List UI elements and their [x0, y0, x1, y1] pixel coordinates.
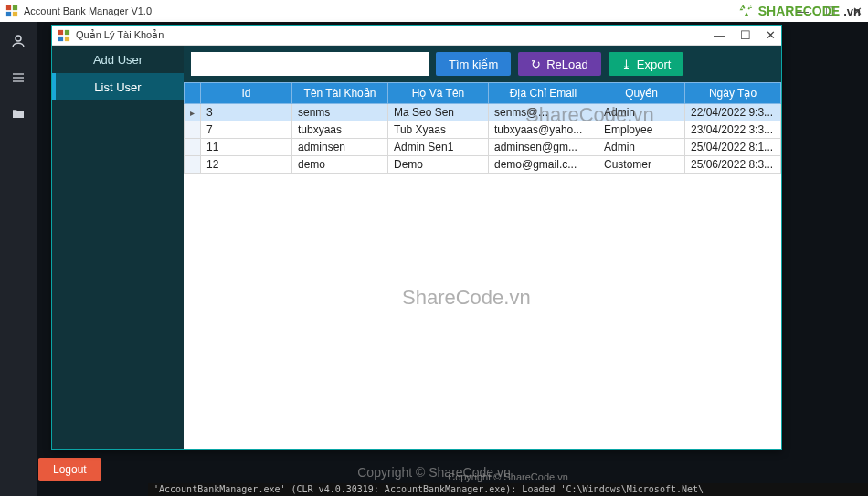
cell-id[interactable]: 3	[201, 104, 292, 121]
svg-rect-10	[58, 36, 63, 40]
row-indicator	[185, 121, 201, 139]
cell-email[interactable]: demo@gmail.c...	[489, 156, 598, 174]
col-username[interactable]: Tên Tài Khoản	[292, 83, 388, 104]
parent-title-text: Account Bank Manager V1.0	[24, 5, 152, 16]
menu-icon[interactable]	[8, 68, 28, 88]
svg-rect-2	[6, 12, 11, 16]
sidebar-item-add-user[interactable]: Add User	[52, 46, 184, 73]
cell-username[interactable]: adminsen	[292, 139, 388, 156]
search-button[interactable]: Tìm kiếm	[436, 52, 511, 76]
col-email[interactable]: Địa Chỉ Email	[489, 83, 598, 104]
table-row[interactable]: 11adminsenAdmin Sen1adminsen@gm...Admin2…	[185, 139, 781, 156]
toolbar: Tìm kiếm ↻ ReLoad ⤓ Export	[184, 46, 781, 82]
table-row[interactable]: 12demoDemodemo@gmail.c...Customer25/06/2…	[185, 156, 781, 174]
child-app-icon	[58, 29, 70, 42]
folder-icon[interactable]	[8, 104, 28, 124]
cell-date[interactable]: 22/04/2022 9:3...	[685, 104, 781, 121]
svg-rect-8	[58, 29, 63, 34]
user-icon[interactable]	[8, 31, 28, 51]
svg-point-4	[16, 36, 21, 41]
child-maximize-button[interactable]: ☐	[740, 28, 751, 42]
cell-id[interactable]: 11	[201, 139, 292, 156]
right-panel: Tìm kiếm ↻ ReLoad ⤓ Export	[184, 46, 781, 449]
search-input[interactable]	[191, 52, 429, 76]
cell-date[interactable]: 23/04/2022 3:3...	[685, 121, 781, 139]
logout-label: Logout	[53, 463, 87, 476]
row-indicator	[185, 139, 201, 156]
cell-username[interactable]: tubxyaas	[292, 121, 388, 139]
child-minimize-button[interactable]: —	[714, 28, 725, 42]
recycle-icon	[738, 3, 755, 19]
cell-date[interactable]: 25/04/2022 8:1...	[685, 139, 781, 156]
cell-role[interactable]: Admin	[598, 139, 685, 156]
reload-button-label: ReLoad	[546, 58, 588, 71]
export-button[interactable]: ⤓ Export	[609, 52, 684, 76]
cell-fullname[interactable]: Admin Sen1	[388, 139, 489, 156]
row-indicator	[185, 156, 201, 174]
export-button-label: Export	[637, 58, 672, 71]
sidebar-item-label: List User	[94, 80, 141, 94]
cell-id[interactable]: 12	[201, 156, 292, 174]
sidebar-item-list-user[interactable]: List User	[52, 73, 184, 100]
search-button-label: Tìm kiếm	[449, 58, 498, 71]
reload-button[interactable]: ↻ ReLoad	[518, 52, 601, 76]
row-indicator: ▸	[185, 104, 201, 121]
col-date[interactable]: Ngày Tạo	[685, 83, 781, 104]
cell-role[interactable]: Employee	[598, 121, 685, 139]
data-grid[interactable]: Id Tên Tài Khoản Họ Và Tên Địa Chỉ Email…	[184, 82, 781, 449]
cell-date[interactable]: 25/06/2022 8:3...	[685, 156, 781, 174]
logo-text: SHARECODE	[758, 4, 840, 18]
sharecode-logo: SHARECODE.vn	[738, 3, 861, 19]
col-fullname[interactable]: Họ Và Tên	[388, 83, 489, 104]
svg-rect-9	[65, 29, 69, 34]
svg-rect-3	[13, 12, 17, 16]
sidebar-item-label: Add User	[93, 53, 143, 67]
cell-email[interactable]: tubxyaas@yaho...	[489, 121, 598, 139]
logout-button[interactable]: Logout	[38, 458, 101, 481]
child-body: Add User List User Tìm kiếm ↻ ReLoad ⤓ E…	[52, 46, 781, 449]
col-id[interactable]: Id	[201, 83, 292, 104]
console-output: 'AccountBankManager.exe' (CLR v4.0.30319…	[148, 483, 868, 496]
copyright-text: Copyright © ShareCode.vn	[148, 470, 868, 483]
cell-email[interactable]: adminsen@gm...	[489, 139, 598, 156]
cell-id[interactable]: 7	[201, 121, 292, 139]
cell-username[interactable]: senms	[292, 104, 388, 121]
svg-rect-1	[13, 5, 17, 10]
table-header-row: Id Tên Tài Khoản Họ Và Tên Địa Chỉ Email…	[185, 83, 781, 104]
logo-suffix: .vn	[843, 5, 861, 18]
export-icon: ⤓	[621, 58, 631, 70]
cell-fullname[interactable]: Tub Xyaas	[388, 121, 489, 139]
svg-rect-0	[6, 5, 11, 10]
row-selector-header	[185, 83, 201, 104]
cell-role[interactable]: Admin	[598, 104, 685, 121]
cell-fullname[interactable]: Ma Seo Sen	[388, 104, 489, 121]
cell-fullname[interactable]: Demo	[388, 156, 489, 174]
child-title-text: Quản Lý Tài Khoản	[76, 29, 164, 41]
child-titlebar: Quản Lý Tài Khoản — ☐ ✕	[52, 26, 781, 46]
child-close-button[interactable]: ✕	[766, 28, 776, 42]
table-row[interactable]: 7tubxyaasTub Xyaastubxyaas@yaho...Employ…	[185, 121, 781, 139]
cell-username[interactable]: demo	[292, 156, 388, 174]
svg-rect-11	[65, 36, 69, 40]
child-sidebar: Add User List User	[52, 46, 184, 449]
table-row[interactable]: ▸3senmsMa Seo Sensenms@…Admin22/04/2022 …	[185, 104, 781, 121]
parent-sidebar: Qua	[0, 22, 37, 496]
reload-icon: ↻	[531, 58, 541, 70]
app-icon	[5, 5, 18, 17]
cell-email[interactable]: senms@…	[489, 104, 598, 121]
col-role[interactable]: Quyền	[598, 83, 685, 104]
cell-role[interactable]: Customer	[598, 156, 685, 174]
child-window: Quản Lý Tài Khoản — ☐ ✕ Add User List Us…	[51, 25, 782, 450]
